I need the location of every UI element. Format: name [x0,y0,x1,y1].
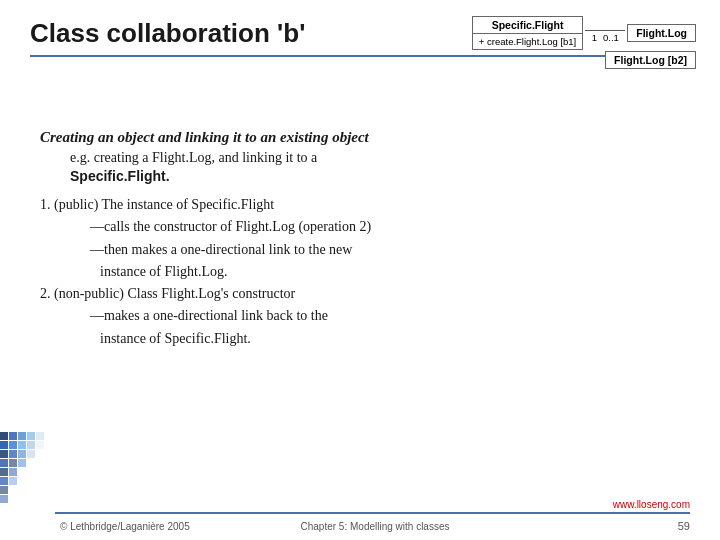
svg-rect-18 [9,468,17,476]
svg-rect-16 [18,459,26,467]
section1-bullet3: —makes a one-directional link back to th… [40,306,690,326]
svg-rect-10 [0,450,8,458]
svg-rect-5 [0,441,8,449]
footer: © Lethbridge/Laganière 2005 Chapter 5: M… [0,520,720,532]
svg-rect-9 [36,441,44,449]
uml-specificflight-title: Specific.Flight [473,17,582,34]
subtitle: Creating an object and linking it to an … [40,129,690,146]
section1-bullet2b: instance of Flight.Log. [40,262,690,282]
uml-diagram: Specific.Flight + create.Flight.Log [b1]… [472,16,696,69]
uml-flightlog-box: Flight.Log [627,24,696,42]
mosaic-decoration [0,432,50,512]
section1-intro2: 2. (non-public) Class Flight.Log's const… [40,284,690,304]
slide: Class collaboration 'b' Specific.Flight … [0,0,720,540]
svg-rect-19 [0,477,8,485]
svg-rect-0 [0,432,8,440]
example-line1: e.g. creating a Flight.Log, and linking … [40,150,690,166]
footer-line [55,512,690,514]
uml-flightlog-title: Flight.Log [628,25,695,41]
main-content: Creating an object and linking it to an … [30,129,690,349]
svg-rect-6 [9,441,17,449]
section1-bullet2: —then makes a one-directional link to th… [40,240,690,260]
uml-specificflight-box: Specific.Flight + create.Flight.Log [b1] [472,16,583,50]
section1: 1. (public) The instance of Specific.Fli… [40,195,690,349]
svg-rect-11 [9,450,17,458]
footer-page: 59 [533,520,691,532]
svg-rect-3 [27,432,35,440]
website-label: www.lloseng.com [613,499,690,510]
mosaic-svg [0,432,50,512]
svg-rect-1 [9,432,17,440]
section1-bullet3b: instance of Specific.Flight. [40,329,690,349]
example-line2: Specific.Flight. [40,168,690,185]
svg-rect-12 [18,450,26,458]
svg-rect-13 [27,450,35,458]
svg-rect-8 [27,441,35,449]
uml-specificflight-method: + create.Flight.Log [b1] [473,34,582,49]
uml-top-row: Specific.Flight + create.Flight.Log [b1]… [472,16,696,50]
svg-rect-20 [9,477,17,485]
footer-copyright: © Lethbridge/Laganière 2005 [60,521,218,532]
footer-chapter: Chapter 5: Modelling with classes [218,521,533,532]
uml-flightlog2-title: Flight.Log [b2] [606,52,695,68]
uml-mult-right: 0..1 [603,32,619,43]
svg-rect-22 [0,495,8,503]
bold-specificflight: Specific.Flight. [70,168,170,184]
uml-mid-connector: 1 0..1 [585,23,625,43]
section1-bullet1: —calls the constructor of Flight.Log (op… [40,217,690,237]
svg-rect-4 [36,432,44,440]
uml-mult-left: 1 [592,32,597,43]
uml-flightlog2-box: Flight.Log [b2] [605,51,696,69]
svg-rect-21 [0,486,8,494]
svg-rect-2 [18,432,26,440]
section1-intro: 1. (public) The instance of Specific.Fli… [40,195,690,215]
svg-rect-14 [0,459,8,467]
svg-rect-7 [18,441,26,449]
svg-rect-15 [9,459,17,467]
svg-rect-17 [0,468,8,476]
